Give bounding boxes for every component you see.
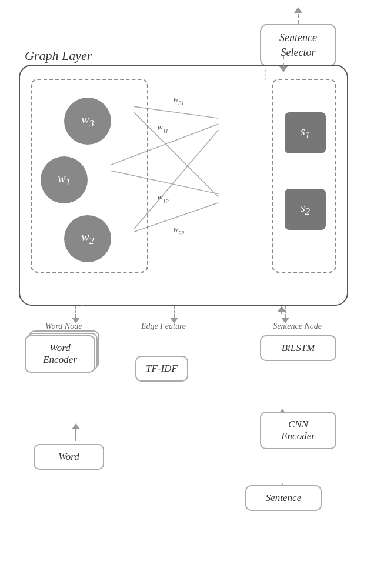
sentence-nodes-box: s1 s2 bbox=[272, 79, 336, 273]
svg-text:w11: w11 bbox=[157, 123, 168, 134]
sentence-container: Sentence bbox=[245, 485, 322, 511]
sentence-selector-section: SentenceSelector bbox=[260, 7, 336, 67]
word-nodes-box: w3 w1 w2 bbox=[31, 79, 148, 273]
word-container: Word bbox=[34, 444, 104, 470]
edge-feature-label: Edge Feature bbox=[141, 320, 186, 331]
word-node-w3: w3 bbox=[64, 98, 111, 145]
word-node-w1: w1 bbox=[41, 156, 88, 203]
bilstm-container: BiLSTM bbox=[260, 335, 336, 361]
sentence-node-s1: s1 bbox=[285, 112, 326, 153]
sentence-box: Sentence bbox=[245, 485, 322, 511]
word-node-connector bbox=[82, 305, 83, 306]
sentence-selector-box: SentenceSelector bbox=[260, 24, 336, 67]
tfidf-container: TF-IDF bbox=[135, 356, 188, 382]
cnn-encoder-container: CNNEncoder bbox=[260, 412, 336, 449]
sentence-node-label: Sentence Node bbox=[273, 320, 322, 331]
cnn-encoder-box: CNNEncoder bbox=[260, 412, 336, 449]
graph-layer-label: Graph Layer bbox=[25, 48, 92, 64]
svg-text:w12: w12 bbox=[157, 193, 168, 205]
diagram: SentenceSelector Graph Layer bbox=[13, 0, 354, 576]
sentence-selector-label: SentenceSelector bbox=[279, 32, 317, 58]
connector-line bbox=[298, 14, 299, 24]
word-node-label: Word Node bbox=[45, 320, 82, 331]
bilstm-box: BiLSTM bbox=[260, 335, 336, 361]
graph-layer-container: Graph Layer w31 w1 bbox=[19, 65, 348, 306]
word-encoder-container: WordEncoder bbox=[25, 335, 95, 373]
tfidf-box: TF-IDF bbox=[135, 356, 188, 382]
word-encoder-arrow-up bbox=[72, 423, 80, 441]
svg-text:w31: w31 bbox=[173, 95, 184, 106]
word-node-w2: w2 bbox=[64, 215, 111, 262]
svg-text:w22: w22 bbox=[173, 225, 184, 236]
bilstm-graph-arrow bbox=[278, 306, 286, 314]
arrow-up-icon bbox=[294, 7, 302, 13]
word-encoder-box: WordEncoder bbox=[25, 335, 95, 373]
sentence-node-s2: s2 bbox=[285, 189, 326, 230]
word-box: Word bbox=[34, 444, 104, 470]
selector-graph-arrow bbox=[279, 56, 288, 72]
